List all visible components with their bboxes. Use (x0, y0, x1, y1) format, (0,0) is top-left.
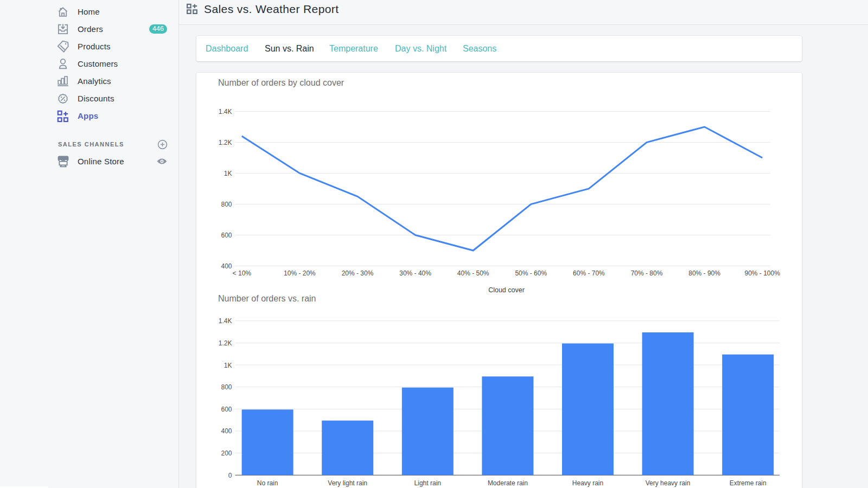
svg-text:1.4K: 1.4K (219, 317, 232, 325)
svg-text:30% - 40%: 30% - 40% (399, 269, 431, 277)
svg-text:10% - 20%: 10% - 20% (284, 269, 316, 277)
svg-text:20% - 30%: 20% - 30% (342, 269, 374, 277)
svg-text:Extreme rain: Extreme rain (730, 479, 767, 487)
svg-text:60% - 70%: 60% - 70% (573, 269, 605, 277)
svg-text:1.4K: 1.4K (219, 108, 232, 115)
svg-text:No rain: No rain (257, 479, 278, 487)
svg-text:Very heavy rain: Very heavy rain (646, 479, 691, 487)
svg-text:800: 800 (221, 201, 232, 208)
svg-text:Moderate rain: Moderate rain (488, 479, 528, 487)
svg-text:400: 400 (221, 262, 232, 270)
svg-text:< 10%: < 10% (233, 269, 252, 277)
svg-text:0: 0 (228, 472, 232, 479)
svg-text:Light rain: Light rain (414, 479, 441, 487)
svg-text:400: 400 (221, 427, 232, 435)
svg-text:800: 800 (221, 383, 232, 391)
svg-text:80% - 90%: 80% - 90% (688, 269, 720, 277)
svg-text:200: 200 (221, 450, 232, 457)
svg-text:Heavy rain: Heavy rain (572, 479, 603, 487)
svg-text:600: 600 (221, 406, 232, 413)
svg-text:Very light rain: Very light rain (328, 479, 367, 487)
svg-text:1K: 1K (224, 362, 232, 369)
svg-text:1K: 1K (224, 170, 232, 177)
svg-text:70% - 80%: 70% - 80% (631, 269, 663, 277)
svg-text:40% - 50%: 40% - 50% (457, 269, 489, 277)
svg-text:600: 600 (221, 232, 232, 239)
svg-text:1.2K: 1.2K (219, 139, 232, 146)
svg-text:1.2K: 1.2K (219, 339, 232, 347)
svg-text:90% - 100%: 90% - 100% (745, 269, 781, 277)
svg-text:50% - 60%: 50% - 60% (515, 269, 547, 277)
